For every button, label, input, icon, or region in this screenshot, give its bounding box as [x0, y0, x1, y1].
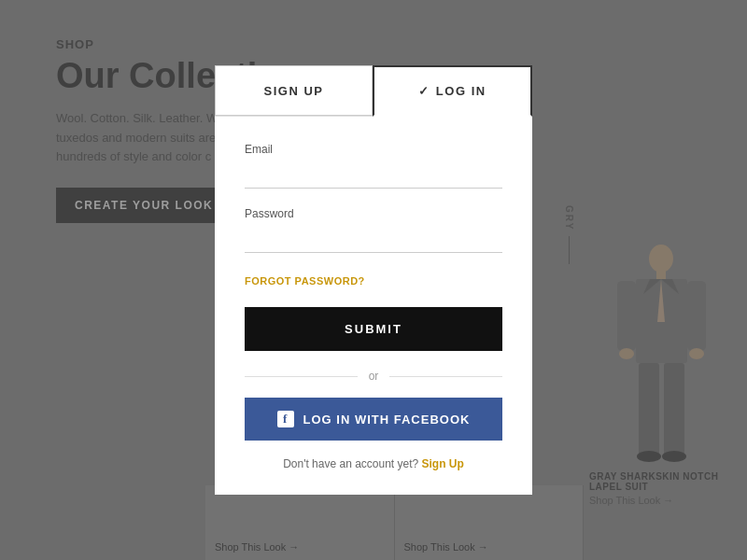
- or-text: or: [369, 370, 379, 383]
- checkmark-icon: ✓: [418, 84, 430, 98]
- or-divider: or: [245, 370, 502, 383]
- facebook-login-button[interactable]: f LOG IN WITH FACEBOOK: [245, 398, 502, 441]
- signup-tab[interactable]: SIGN UP: [215, 65, 373, 116]
- modal-overlay: × SIGN UP ✓ LOG IN Email Password: [0, 0, 747, 560]
- no-account-text: Don't have an account yet? Sign Up: [245, 457, 502, 470]
- forgot-password-container: FORGOT PASSWORD?: [245, 272, 502, 288]
- email-group: Email: [245, 143, 502, 189]
- facebook-label: LOG IN WITH FACEBOOK: [303, 413, 471, 427]
- password-label: Password: [245, 207, 502, 220]
- password-group: Password: [245, 207, 502, 253]
- login-tab[interactable]: ✓ LOG IN: [373, 65, 532, 117]
- email-input[interactable]: [245, 161, 502, 189]
- sign-up-link[interactable]: Sign Up: [422, 457, 464, 470]
- password-input[interactable]: [245, 226, 502, 253]
- facebook-icon: f: [277, 411, 294, 427]
- login-tab-label: LOG IN: [436, 84, 486, 98]
- modal-body: Email Password FORGOT PASSWORD? SUBMIT o…: [215, 117, 532, 493]
- login-modal: × SIGN UP ✓ LOG IN Email Password: [215, 65, 532, 495]
- email-label: Email: [245, 143, 502, 156]
- no-account-label: Don't have an account yet?: [283, 457, 418, 470]
- submit-button[interactable]: SUBMIT: [245, 307, 502, 351]
- modal-tabs: SIGN UP ✓ LOG IN: [215, 65, 532, 117]
- signup-tab-label: SIGN UP: [264, 84, 324, 98]
- forgot-password-link[interactable]: FORGOT PASSWORD?: [245, 275, 365, 287]
